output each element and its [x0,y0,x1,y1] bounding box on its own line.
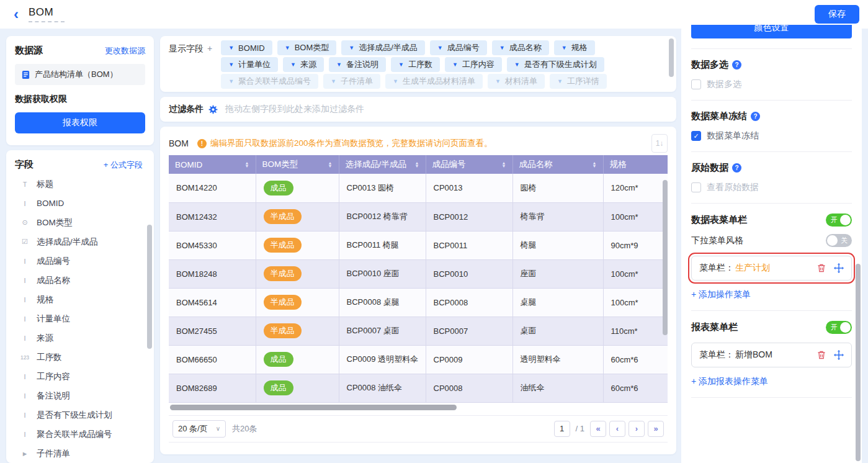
field-item[interactable]: ⊙BOM类型 [15,213,148,232]
add-action-menu-link[interactable]: + 添加操作菜单 [691,289,852,300]
display-field-chip[interactable]: ▼来源 [283,57,324,72]
color-settings-button[interactable]: 颜色设置 [691,25,852,38]
cell-select: BCP0010 座面 [339,259,426,288]
column-header[interactable]: 规格 [603,155,668,174]
sort-order-button[interactable]: 1↓ [651,134,668,153]
datasource-item[interactable]: 产品结构清单（BOM） [15,64,145,85]
field-item[interactable]: I是否有下级生成计划 [15,405,148,425]
current-page-box[interactable]: 1 [554,421,570,437]
report-menu-item[interactable]: 菜单栏： 新增BOM [691,343,852,367]
report-permission-button[interactable]: 报表权限 [15,112,145,133]
settings-scrollbar[interactable] [856,264,861,461]
field-item[interactable]: ▶子件清单 [15,444,148,463]
table-row[interactable]: BOM82689成品CP0008 油纸伞CP0008油纸伞60cm*6 [169,374,668,402]
delete-icon[interactable] [817,263,826,273]
chip-label: 生成半成品材料清单 [403,76,475,87]
change-datasource-link[interactable]: 更改数据源 [105,45,145,56]
field-item[interactable]: I计量单位 [15,309,148,328]
table-row[interactable]: BOM14220成品CP0013 圆椅CP0013圆椅120cm* [169,174,668,202]
gear-icon[interactable] [208,105,218,114]
checkbox-unchecked[interactable] [691,79,701,89]
sort-icon[interactable]: ▲▼ [502,161,506,168]
hscroll-thumb[interactable] [170,405,457,410]
help-icon[interactable]: ? [732,163,741,173]
field-item[interactable]: IBOMID [15,194,148,213]
sort-icon[interactable]: ▲▼ [593,161,597,168]
table-menu-toggle[interactable]: 开 [826,214,852,227]
display-field-chip[interactable]: ▼工序详情 [550,74,607,89]
divider [691,203,852,204]
display-field-chip[interactable]: ▼计量单位 [221,57,278,72]
next-page-button[interactable]: › [629,421,645,437]
column-header[interactable]: BOM类型▲▼ [256,155,339,174]
table-horizontal-scrollbar[interactable] [169,405,668,410]
back-icon[interactable]: ‹ [9,7,24,22]
cell-select: CP0008 油纸伞 [339,374,426,402]
report-menu-toggle[interactable]: 开 [826,321,852,334]
table-row[interactable]: BOM18248半成品BCP0010 座面BCP0010座面100cm* [169,259,668,288]
display-field-chip[interactable]: ▼成品名称 [492,40,549,55]
display-field-chip[interactable]: ▼成品编号 [430,40,487,55]
column-header[interactable]: 成品名称▲▼ [512,155,603,174]
checkbox-unchecked[interactable] [691,182,701,192]
display-field-chip[interactable]: ▼聚合关联半成品编号 [221,74,318,89]
checkbox-checked[interactable]: ✓ [691,131,701,141]
prev-page-button[interactable]: ‹ [609,421,625,437]
display-field-chip[interactable]: ▼材料清单 [488,74,545,89]
display-field-chip[interactable]: ▼规格 [554,40,595,55]
help-icon[interactable]: ? [751,112,760,121]
field-item[interactable]: I备注说明 [15,386,148,405]
field-item[interactable]: T标题 [15,174,148,194]
column-header[interactable]: BOMID▲▼ [169,155,256,174]
field-item[interactable]: ☑选择成品/半成品 [15,232,148,251]
display-field-chip[interactable]: ▼选择成品/半成品 [341,40,425,55]
table-row[interactable]: BOM45330半成品BCP0011 椅腿BCP0011椅腿90cm*9 [169,231,668,259]
display-field-chip[interactable]: ▼BOM类型 [277,40,337,55]
display-field-chip[interactable]: ▼子件清单 [323,74,380,89]
cell-bom-type: 半成品 [256,231,339,259]
table-vertical-scrollbar[interactable] [663,180,668,335]
display-field-chip[interactable]: ▼工序内容 [445,57,502,72]
field-item[interactable]: I聚合关联半成品编号 [15,425,148,444]
move-icon[interactable] [834,350,844,360]
table-row[interactable]: BOM45614半成品BCP0008 桌腿BCP0008桌腿100cm* [169,288,668,317]
display-field-chip[interactable]: ▼备注说明 [329,57,386,72]
field-item[interactable]: I工序内容 [15,367,148,386]
table-row[interactable]: BOM27455半成品BCP0007 桌面BCP0007桌面110cm* [169,317,668,345]
display-field-chip[interactable]: ▼工序数 [391,57,440,72]
dropdown-style-toggle[interactable]: 关 [826,234,852,247]
add-formula-field-link[interactable]: + 公式字段 [104,160,143,171]
field-item[interactable]: I成品名称 [15,271,148,290]
checkbox-row[interactable]: ✓数据菜单冻结 [691,130,852,142]
sort-icon[interactable]: ▲▼ [415,161,419,168]
display-field-chip[interactable]: ▼BOMID [221,40,272,55]
field-item[interactable]: I规格 [15,290,148,309]
cell-spec: 110cm* [603,317,668,345]
move-icon[interactable] [834,263,844,273]
sort-icon[interactable]: ▲▼ [328,161,333,168]
save-button[interactable]: 保存 [815,5,859,24]
first-page-button[interactable]: « [590,421,606,437]
field-item[interactable]: I来源 [15,328,148,348]
column-header[interactable]: 选择成品/半成品▲▼ [339,155,426,174]
cell-spec: 120cm* [603,174,668,202]
display-fields-scrollbar[interactable] [669,38,674,77]
add-display-field-button[interactable]: + [207,43,212,53]
field-item[interactable]: I成品编号 [15,251,148,271]
help-icon[interactable]: ? [732,60,741,70]
checkbox-row[interactable]: 查看原始数据 [691,182,852,193]
sort-icon[interactable]: ▲▼ [245,161,249,168]
table-row[interactable]: BOM66650成品CP0009 透明塑料伞CP0009透明塑料伞60cm*6 [169,345,668,374]
column-header[interactable]: 成品编号▲▼ [426,155,512,174]
last-page-button[interactable]: » [648,421,664,437]
display-field-chip[interactable]: ▼是否有下级生成计划 [507,57,604,72]
display-field-chip[interactable]: ▼生成半成品材料清单 [385,74,483,89]
field-item[interactable]: 123工序数 [15,348,148,367]
table-menu-item-highlighted[interactable]: 菜单栏： 生产计划 [691,256,852,281]
table-row[interactable]: BOM12432半成品BCP0012 椅靠背BCP0012椅靠背100cm* [169,202,668,231]
delete-icon[interactable] [817,350,826,360]
fields-scrollbar[interactable] [147,225,152,349]
checkbox-row[interactable]: 数据多选 [691,79,852,90]
add-report-action-menu-link[interactable]: + 添加报表操作菜单 [691,376,852,387]
page-size-select[interactable]: 20 条/页 ∨ [172,420,226,438]
